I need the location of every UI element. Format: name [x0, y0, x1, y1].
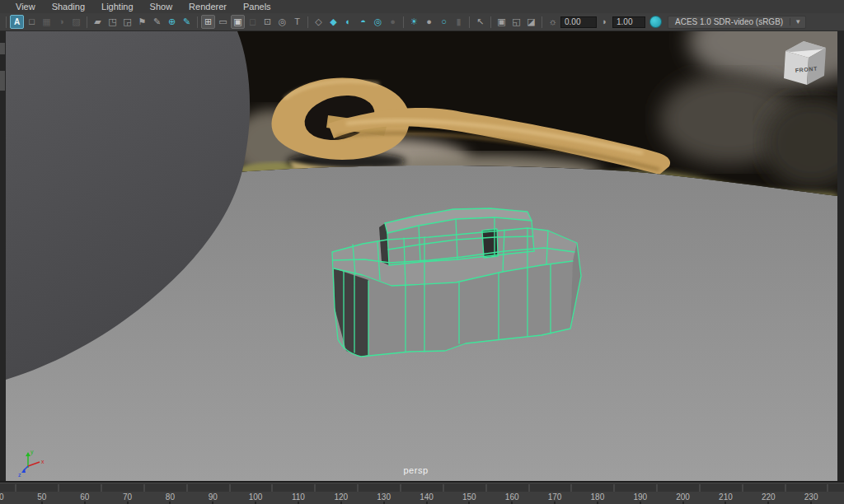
copy-buffer-icon[interactable]: ▣ — [495, 15, 509, 29]
viewport-left-border — [0, 31, 6, 483]
safe-title-icon[interactable]: T — [290, 15, 304, 29]
panel-menu-bar: ViewShadingLightingShowRendererPanels — [0, 0, 844, 13]
motion-blur-icon[interactable]: ▮ — [452, 15, 466, 29]
frame-tick-label: 200 — [676, 492, 690, 502]
frame-tick-label: 110 — [292, 492, 305, 502]
axis-y-label: y — [30, 449, 34, 455]
grid-icon[interactable]: ⊞ — [201, 15, 215, 29]
viewport-scene[interactable]: FRONT y x z — [6, 31, 837, 481]
toolbar-separator — [6, 16, 7, 28]
toolbar-separator — [490, 16, 491, 28]
exposure-icon[interactable]: ☼ — [546, 15, 560, 29]
frame-tick-label: 60 — [80, 492, 89, 502]
sculpt-brush-icon[interactable]: ✎ — [150, 15, 164, 29]
panel-toolbar: A□▦◑▨▰◳◲⚑✎⊕✎⊞▭▣◻⊡◎T◇◆◐◓◎●☀●○▮↖▣◱◪☼ ◗ ACE… — [0, 13, 844, 31]
paste-buffer-icon[interactable]: ◱ — [509, 15, 523, 29]
left-edge-tab — [0, 71, 5, 91]
gamma-field[interactable] — [612, 16, 645, 28]
resolution-gate-icon[interactable]: ▣ — [231, 15, 245, 29]
camera-attributes-icon[interactable]: A — [10, 15, 24, 29]
gamma-icon[interactable]: ◗ — [598, 15, 612, 29]
menu-renderer[interactable]: Renderer — [181, 0, 234, 13]
grease-pencil-icon[interactable]: ▦ — [40, 15, 54, 29]
snapshot-icon[interactable]: ◑ — [54, 15, 68, 29]
view-transform-value: ACES 1.0 SDR-video (sRGB) — [668, 17, 790, 26]
textured-icon[interactable]: ◓ — [356, 15, 370, 29]
viewport-right-border — [837, 31, 844, 483]
frame-tick-label: 150 — [462, 492, 476, 502]
lights-icon[interactable]: ☀ — [407, 15, 421, 29]
frame-tick-label: 230 — [804, 492, 818, 502]
shadows-icon[interactable]: ● — [422, 15, 436, 29]
crop-region-icon[interactable]: ◪ — [524, 15, 538, 29]
chevron-down-icon: ▼ — [790, 18, 805, 26]
exposure-field[interactable] — [560, 16, 597, 28]
wireframe-icon[interactable]: ◇ — [312, 15, 326, 29]
frame-tick-label: 160 — [505, 492, 519, 502]
frame-tick-label: 120 — [334, 492, 348, 502]
menu-show[interactable]: Show — [143, 0, 181, 13]
playback-range-bar[interactable] — [0, 483, 844, 492]
isolate-select-icon[interactable]: ↖ — [473, 15, 487, 29]
ssao-icon[interactable]: ○ — [437, 15, 451, 29]
field-chart-icon[interactable]: ⊡ — [260, 15, 274, 29]
toolbar-separator — [403, 16, 404, 28]
frame-tick-label: 130 — [377, 492, 391, 502]
frame-tick-label: 70 — [123, 492, 132, 502]
view-transform-dropdown[interactable]: ACES 1.0 SDR-video (sRGB) ▼ — [668, 16, 806, 29]
gate-mask-icon[interactable]: ◻ — [246, 15, 260, 29]
default-material-icon[interactable]: ● — [386, 15, 400, 29]
menu-lighting[interactable]: Lighting — [94, 0, 141, 13]
toolbar-separator — [542, 16, 542, 28]
frame-tick-label: 140 — [420, 492, 434, 502]
safe-action-icon[interactable]: ◎ — [275, 15, 289, 29]
viewport-3d[interactable]: FRONT y x z persp — [0, 31, 844, 483]
toolbar-separator — [307, 16, 308, 28]
toolbar-separator — [87, 16, 87, 28]
film-gate-icon[interactable]: ▭ — [216, 15, 230, 29]
frame-tick-label: 220 — [762, 492, 776, 502]
camera-gate-icon[interactable]: ◲ — [120, 15, 134, 29]
toolbar-separator — [197, 16, 198, 28]
shaded-icon[interactable]: ◆ — [326, 15, 340, 29]
shaded-wireframe-icon[interactable]: ◐ — [341, 15, 355, 29]
pan-zoom-icon[interactable]: □ — [25, 15, 39, 29]
pencil-tool-icon[interactable]: ✎ — [180, 15, 194, 29]
menu-panels[interactable]: Panels — [236, 0, 279, 13]
frame-tick-label: 170 — [548, 492, 562, 502]
menu-view[interactable]: View — [8, 0, 43, 13]
frame-tick-label: 210 — [719, 492, 733, 502]
time-slider[interactable]: 4050607080901001101201301401501601701801… — [0, 483, 844, 504]
color-management-toggle[interactable] — [649, 16, 662, 28]
camera-icon[interactable]: ▰ — [91, 15, 105, 29]
maya-viewport-panel: ViewShadingLightingShowRendererPanels A□… — [0, 0, 844, 504]
frame-tick-label: 190 — [633, 492, 647, 502]
frame-tick-label: 40 — [0, 492, 4, 502]
axis-x-label: x — [41, 459, 45, 464]
image-plane-icon[interactable]: ▨ — [69, 15, 83, 29]
frame-tick-label: 180 — [591, 492, 605, 502]
frame-tick-label: 50 — [37, 492, 46, 502]
frame-tick-label: 90 — [209, 492, 218, 502]
region-zoom-icon[interactable]: ⊕ — [165, 15, 179, 29]
menu-shading[interactable]: Shading — [45, 0, 92, 13]
frame-tick-row[interactable]: 4050607080901001101201301401501601701801… — [0, 492, 844, 504]
toolbar-separator — [469, 16, 470, 28]
wireframe-on-shaded-icon[interactable]: ◎ — [371, 15, 385, 29]
frame-tick-label: 100 — [249, 492, 263, 502]
camera-name-label: persp — [0, 465, 832, 475]
left-edge-tab — [0, 43, 5, 54]
frame-tick-label: 80 — [166, 492, 175, 502]
bookmark-icon[interactable]: ⚑ — [135, 15, 149, 29]
lock-camera-icon[interactable]: ◳ — [106, 15, 120, 29]
